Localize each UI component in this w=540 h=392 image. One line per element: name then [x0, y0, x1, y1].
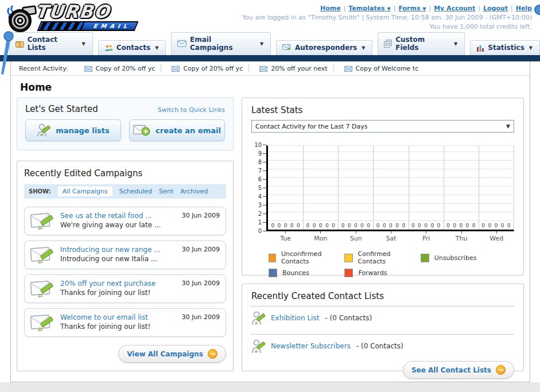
- campaign-title-link[interactable]: Introducing our new range ...: [60, 246, 176, 254]
- arrow-right-icon: →: [208, 349, 217, 359]
- logo-word-email: EMAIL: [92, 23, 132, 29]
- person-pencil-icon: [251, 338, 265, 354]
- recent-activity-item[interactable]: Copy of 20% off yc: [166, 65, 249, 72]
- campaign-subtitle: We're giving away our late ...: [60, 221, 176, 229]
- recent-activity-text: Copy of Welcome tc: [356, 65, 419, 72]
- envelope-pencil-icon: [30, 280, 55, 298]
- nav-help-link[interactable]: Help: [516, 5, 532, 12]
- legend-swatch: [269, 254, 276, 262]
- legend-label: Unsubscribes: [434, 254, 477, 262]
- campaign-filter-bar: SHOW: All Campaigns Scheduled Sent Archi…: [24, 184, 226, 199]
- view-all-campaigns-button[interactable]: View All Campaigns →: [118, 345, 226, 363]
- tab-label: Custom Fields: [395, 36, 449, 52]
- person-pencil-icon: [37, 123, 50, 138]
- contact-lists-icon: [15, 40, 24, 48]
- stats-period-value: Contact Activity for the Last 7 Days: [255, 123, 367, 130]
- filter-all-campaigns[interactable]: All Campaigns: [58, 187, 112, 196]
- filter-scheduled[interactable]: Scheduled: [119, 188, 153, 195]
- nav-logout-link[interactable]: Logout: [483, 5, 508, 12]
- contact-list-name-link[interactable]: Newsletter Subscribers: [271, 342, 351, 350]
- envelope-pencil-icon: [30, 246, 55, 264]
- tab-label: Statistics: [488, 44, 525, 52]
- legend-forwards: Forwards: [344, 269, 415, 277]
- chevron-down-icon: ▼: [82, 41, 86, 46]
- chevron-down-icon: ▼: [529, 45, 533, 51]
- legend-swatch: [344, 269, 353, 277]
- manage-lists-label: manage lists: [56, 126, 110, 135]
- tab-label: Autoresponders: [295, 44, 357, 52]
- create-email-label: create an email: [156, 126, 221, 135]
- nav-home-link[interactable]: Home: [320, 5, 341, 12]
- legend-unconfirmed-contacts: Unconfirmed Contacts: [269, 250, 340, 265]
- envelope-icon: [344, 66, 352, 72]
- chart-value-labels: 00000000000000000000000000000000000: [268, 223, 514, 228]
- campaign-row[interactable]: 20% off your next purchase Thanks for jo…: [24, 274, 226, 303]
- campaign-date: 30 Jun 2009: [182, 212, 220, 230]
- campaign-subtitle: Introducing our new Italia ...: [60, 255, 176, 263]
- legend-swatch: [344, 254, 352, 262]
- contact-list-count: - (0 Contacts): [325, 314, 372, 322]
- contacts-icon: [104, 44, 113, 52]
- tab-contacts[interactable]: Contacts▼: [98, 40, 166, 55]
- contact-list-item[interactable]: Newsletter Subscribers - (0 Contacts): [251, 335, 514, 358]
- recent-activity-item[interactable]: 20% off your next: [254, 65, 333, 72]
- recent-activity-item[interactable]: Copy of 20% off yc: [79, 65, 162, 72]
- legend-unsubscribes: Unsubscribes: [421, 250, 492, 265]
- get-started-panel: Let's Get Started Switch to Quick Links …: [17, 98, 234, 150]
- logo-email-bar: EMAIL: [37, 21, 139, 31]
- view-all-campaigns-label: View All Campaigns: [127, 350, 203, 358]
- campaign-date: 30 Jun 2009: [182, 280, 220, 298]
- contact-list-item[interactable]: Exhibition List - (0 Contacts): [251, 306, 514, 329]
- legend-bounces: Bounces: [269, 269, 340, 277]
- campaign-row[interactable]: Introducing our new range ... Introducin…: [24, 240, 226, 269]
- switch-to-quick-links[interactable]: Switch to Quick Links: [158, 106, 225, 114]
- recent-activity-bar: Recent Activity: Copy of 20% off yc Copy…: [11, 61, 530, 76]
- chevron-down-icon: ▼: [362, 45, 365, 51]
- campaign-date: 30 Jun 2009: [182, 313, 220, 332]
- credits-info: You have 1,000 total credits left.: [242, 23, 532, 30]
- campaign-title-link[interactable]: See us at the retail food ...: [60, 212, 176, 220]
- stats-period-select[interactable]: Contact Activity for the Last 7 Days ▼: [251, 120, 514, 133]
- campaigns-title: Recently Edited Campaigns: [24, 168, 226, 178]
- legend-swatch: [269, 269, 277, 277]
- legend-label: Forwards: [358, 269, 387, 277]
- filter-sent[interactable]: Sent: [159, 188, 173, 195]
- campaign-title-link[interactable]: 20% off your next purchase: [60, 280, 176, 288]
- campaign-row[interactable]: See us at the retail food ... We're givi…: [24, 207, 226, 235]
- see-all-contact-lists-button[interactable]: See All Contact Lists →: [403, 361, 514, 379]
- decorative-blue-dot: [534, 5, 540, 15]
- get-started-title: Let's Get Started: [25, 104, 98, 114]
- nav-my-account-link[interactable]: My Account: [434, 5, 475, 12]
- header-right: Home|Templates ▼|Forms ▼|My Account|Logo…: [242, 5, 532, 30]
- filter-archived[interactable]: Archived: [180, 188, 208, 195]
- header: TURBO EMAIL Home|Templates ▼|Forms ▼|My …: [0, 2, 540, 38]
- nav-separator: |: [478, 5, 480, 12]
- chart-plot-area: 00000000000000000000000000000000000: [266, 145, 514, 231]
- legend-confirmed-contacts: Confirmed Contacts: [344, 250, 415, 265]
- contact-list-count: - (0 Contacts): [356, 342, 403, 350]
- legend-label: Bounces: [282, 269, 309, 277]
- recently-edited-campaigns-panel: Recently Edited Campaigns SHOW: All Camp…: [17, 161, 234, 371]
- envelope-icon: [172, 66, 180, 72]
- arrow-right-icon: →: [496, 365, 506, 375]
- recent-activity-text: Copy of 20% off yc: [96, 65, 156, 72]
- email-campaigns-icon: [177, 40, 187, 47]
- autoresponders-icon: [282, 44, 292, 52]
- chevron-down-icon: ▼: [422, 6, 426, 11]
- tab-statistics[interactable]: Statistics▼: [470, 40, 540, 55]
- tab-autoresponders[interactable]: Autoresponders▼: [276, 40, 372, 55]
- manage-lists-button[interactable]: manage lists: [25, 119, 121, 141]
- create-email-button[interactable]: create an email: [129, 119, 225, 141]
- campaign-title-link[interactable]: Welcome to our email list: [60, 313, 176, 321]
- contact-list-name-link[interactable]: Exhibition List: [271, 314, 319, 322]
- nav-separator: |: [344, 5, 346, 12]
- nav-templates-link[interactable]: Templates ▼: [348, 5, 390, 12]
- contact-lists-title: Recently Created Contact Lists: [251, 291, 514, 301]
- chart-y-axis: 012345678910: [251, 145, 266, 231]
- nav-forms-link[interactable]: Forms ▼: [398, 5, 426, 12]
- campaign-row[interactable]: Welcome to our email list Thanks for joi…: [24, 308, 226, 337]
- recent-activity-item[interactable]: Copy of Welcome tc: [339, 65, 425, 72]
- statistics-icon: [476, 44, 484, 52]
- recently-created-contact-lists-panel: Recently Created Contact Lists Exhibitio…: [242, 284, 524, 371]
- page-footer-strip: [0, 382, 540, 392]
